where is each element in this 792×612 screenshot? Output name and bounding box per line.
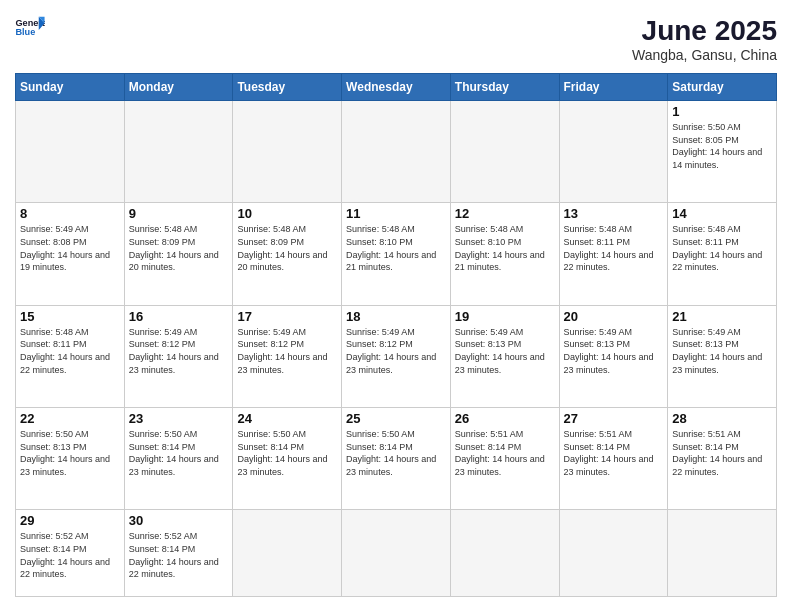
calendar-cell: 23Sunrise: 5:50 AMSunset: 8:14 PMDayligh… [124,408,233,510]
calendar-cell: 14Sunrise: 5:48 AMSunset: 8:11 PMDayligh… [668,203,777,305]
calendar-cell: 1Sunrise: 5:50 AMSunset: 8:05 PMDaylight… [668,101,777,203]
day-number: 27 [564,411,664,426]
day-number: 19 [455,309,555,324]
day-info: Sunrise: 5:51 AMSunset: 8:14 PMDaylight:… [455,428,555,478]
calendar-cell: 19Sunrise: 5:49 AMSunset: 8:13 PMDayligh… [450,305,559,407]
day-number: 17 [237,309,337,324]
day-number: 16 [129,309,229,324]
day-info: Sunrise: 5:51 AMSunset: 8:14 PMDaylight:… [564,428,664,478]
location: Wangba, Gansu, China [632,47,777,63]
calendar-cell: 12Sunrise: 5:48 AMSunset: 8:10 PMDayligh… [450,203,559,305]
day-info: Sunrise: 5:52 AMSunset: 8:14 PMDaylight:… [20,530,120,580]
calendar-cell: 22Sunrise: 5:50 AMSunset: 8:13 PMDayligh… [16,408,125,510]
svg-text:Blue: Blue [15,27,35,37]
day-info: Sunrise: 5:50 AMSunset: 8:13 PMDaylight:… [20,428,120,478]
calendar-cell: 17Sunrise: 5:49 AMSunset: 8:12 PMDayligh… [233,305,342,407]
day-number: 30 [129,513,229,528]
day-info: Sunrise: 5:49 AMSunset: 8:12 PMDaylight:… [346,326,446,376]
day-number: 18 [346,309,446,324]
day-info: Sunrise: 5:51 AMSunset: 8:14 PMDaylight:… [672,428,772,478]
calendar-cell: 18Sunrise: 5:49 AMSunset: 8:12 PMDayligh… [342,305,451,407]
calendar-cell [450,101,559,203]
header-thursday: Thursday [450,74,559,101]
day-info: Sunrise: 5:49 AMSunset: 8:12 PMDaylight:… [237,326,337,376]
day-info: Sunrise: 5:48 AMSunset: 8:11 PMDaylight:… [20,326,120,376]
day-number: 8 [20,206,120,221]
weekday-header-row: Sunday Monday Tuesday Wednesday Thursday… [16,74,777,101]
calendar-cell: 24Sunrise: 5:50 AMSunset: 8:14 PMDayligh… [233,408,342,510]
day-number: 29 [20,513,120,528]
header-friday: Friday [559,74,668,101]
day-number: 11 [346,206,446,221]
calendar-table: Sunday Monday Tuesday Wednesday Thursday… [15,73,777,597]
calendar-cell: 13Sunrise: 5:48 AMSunset: 8:11 PMDayligh… [559,203,668,305]
header-sunday: Sunday [16,74,125,101]
calendar-cell: 20Sunrise: 5:49 AMSunset: 8:13 PMDayligh… [559,305,668,407]
calendar-cell [233,510,342,597]
day-number: 24 [237,411,337,426]
page-container: General Blue June 2025 Wangba, Gansu, Ch… [0,0,792,612]
calendar-cell: 15Sunrise: 5:48 AMSunset: 8:11 PMDayligh… [16,305,125,407]
calendar-cell: 29Sunrise: 5:52 AMSunset: 8:14 PMDayligh… [16,510,125,597]
day-info: Sunrise: 5:50 AMSunset: 8:14 PMDaylight:… [129,428,229,478]
page-header: General Blue June 2025 Wangba, Gansu, Ch… [15,15,777,63]
calendar-cell: 16Sunrise: 5:49 AMSunset: 8:12 PMDayligh… [124,305,233,407]
header-saturday: Saturday [668,74,777,101]
day-number: 10 [237,206,337,221]
day-number: 22 [20,411,120,426]
day-info: Sunrise: 5:48 AMSunset: 8:11 PMDaylight:… [564,223,664,273]
calendar-cell: 11Sunrise: 5:48 AMSunset: 8:10 PMDayligh… [342,203,451,305]
calendar-week-row: 22Sunrise: 5:50 AMSunset: 8:13 PMDayligh… [16,408,777,510]
day-number: 21 [672,309,772,324]
day-info: Sunrise: 5:49 AMSunset: 8:13 PMDaylight:… [672,326,772,376]
calendar-week-row: 29Sunrise: 5:52 AMSunset: 8:14 PMDayligh… [16,510,777,597]
day-number: 20 [564,309,664,324]
day-number: 14 [672,206,772,221]
day-info: Sunrise: 5:50 AMSunset: 8:05 PMDaylight:… [672,121,772,171]
calendar-cell: 10Sunrise: 5:48 AMSunset: 8:09 PMDayligh… [233,203,342,305]
calendar-cell [124,101,233,203]
day-info: Sunrise: 5:48 AMSunset: 8:10 PMDaylight:… [455,223,555,273]
header-monday: Monday [124,74,233,101]
month-title: June 2025 [632,15,777,47]
calendar-week-row: 1Sunrise: 5:50 AMSunset: 8:05 PMDaylight… [16,101,777,203]
day-number: 25 [346,411,446,426]
day-number: 28 [672,411,772,426]
day-info: Sunrise: 5:49 AMSunset: 8:08 PMDaylight:… [20,223,120,273]
day-number: 15 [20,309,120,324]
day-number: 13 [564,206,664,221]
day-number: 9 [129,206,229,221]
calendar-cell [233,101,342,203]
day-number: 1 [672,104,772,119]
calendar-cell: 30Sunrise: 5:52 AMSunset: 8:14 PMDayligh… [124,510,233,597]
day-info: Sunrise: 5:48 AMSunset: 8:10 PMDaylight:… [346,223,446,273]
calendar-cell: 28Sunrise: 5:51 AMSunset: 8:14 PMDayligh… [668,408,777,510]
header-tuesday: Tuesday [233,74,342,101]
day-info: Sunrise: 5:48 AMSunset: 8:09 PMDaylight:… [237,223,337,273]
day-info: Sunrise: 5:50 AMSunset: 8:14 PMDaylight:… [237,428,337,478]
calendar-cell: 27Sunrise: 5:51 AMSunset: 8:14 PMDayligh… [559,408,668,510]
calendar-cell: 25Sunrise: 5:50 AMSunset: 8:14 PMDayligh… [342,408,451,510]
header-wednesday: Wednesday [342,74,451,101]
title-block: June 2025 Wangba, Gansu, China [632,15,777,63]
calendar-cell [342,101,451,203]
calendar-cell [668,510,777,597]
day-info: Sunrise: 5:49 AMSunset: 8:13 PMDaylight:… [564,326,664,376]
calendar-cell [450,510,559,597]
calendar-week-row: 15Sunrise: 5:48 AMSunset: 8:11 PMDayligh… [16,305,777,407]
day-info: Sunrise: 5:49 AMSunset: 8:13 PMDaylight:… [455,326,555,376]
calendar-cell [16,101,125,203]
calendar-cell [559,101,668,203]
day-info: Sunrise: 5:49 AMSunset: 8:12 PMDaylight:… [129,326,229,376]
logo-icon: General Blue [15,15,45,40]
day-info: Sunrise: 5:48 AMSunset: 8:09 PMDaylight:… [129,223,229,273]
day-number: 26 [455,411,555,426]
day-number: 23 [129,411,229,426]
calendar-week-row: 8Sunrise: 5:49 AMSunset: 8:08 PMDaylight… [16,203,777,305]
calendar-cell: 8Sunrise: 5:49 AMSunset: 8:08 PMDaylight… [16,203,125,305]
calendar-cell: 26Sunrise: 5:51 AMSunset: 8:14 PMDayligh… [450,408,559,510]
calendar-cell: 21Sunrise: 5:49 AMSunset: 8:13 PMDayligh… [668,305,777,407]
calendar-cell [559,510,668,597]
logo: General Blue [15,15,45,40]
day-info: Sunrise: 5:50 AMSunset: 8:14 PMDaylight:… [346,428,446,478]
